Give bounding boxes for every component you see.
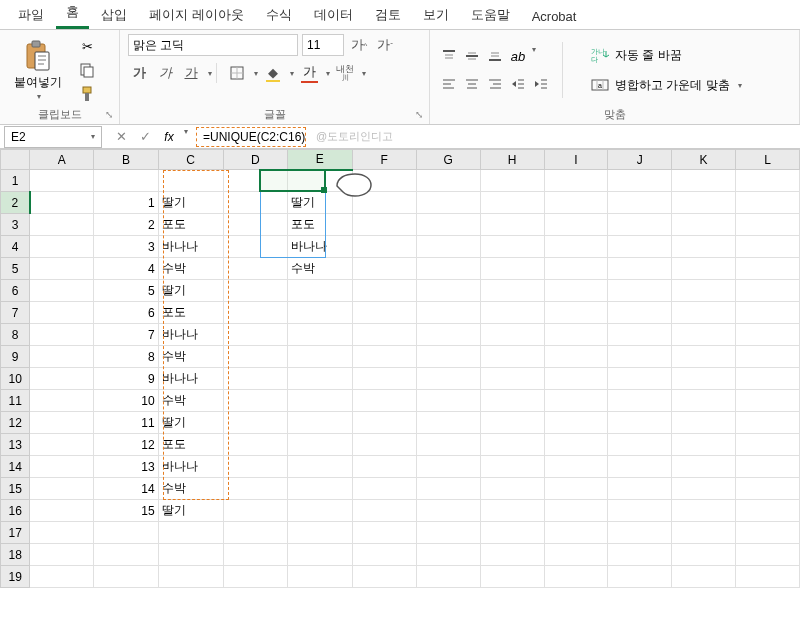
cell[interactable] [480,258,544,280]
cell[interactable] [480,544,544,566]
column-header[interactable]: G [416,150,480,170]
cell[interactable] [158,522,223,544]
cell[interactable]: 6 [94,302,158,324]
cell[interactable] [736,522,800,544]
cell[interactable] [30,522,94,544]
cell[interactable] [287,280,352,302]
cell[interactable] [30,214,94,236]
row-header[interactable]: 11 [1,390,30,412]
cell[interactable] [352,236,416,258]
cell[interactable] [736,434,800,456]
cell[interactable] [416,456,480,478]
cell[interactable] [544,412,608,434]
cell[interactable] [672,324,736,346]
cell[interactable] [416,478,480,500]
cancel-formula-button[interactable]: ✕ [110,127,132,147]
cell[interactable] [736,214,800,236]
cell[interactable] [416,324,480,346]
cell[interactable]: 1 [94,192,158,214]
cell[interactable] [608,390,672,412]
cell[interactable]: 딸기 [158,192,223,214]
cell[interactable] [287,478,352,500]
cell[interactable] [480,522,544,544]
cell[interactable] [544,192,608,214]
cell[interactable] [544,390,608,412]
increase-indent-button[interactable] [530,73,552,95]
cell[interactable] [352,456,416,478]
cell[interactable] [30,346,94,368]
cell[interactable] [352,566,416,588]
cell[interactable] [94,522,158,544]
row-header[interactable]: 3 [1,214,30,236]
cell[interactable] [416,566,480,588]
cell[interactable] [416,390,480,412]
cell[interactable] [608,522,672,544]
cell[interactable]: 포도 [287,214,352,236]
cell[interactable] [223,192,287,214]
cell[interactable] [544,346,608,368]
column-header[interactable]: L [736,150,800,170]
cell[interactable] [352,302,416,324]
orientation-button[interactable]: ab [507,45,529,67]
cell[interactable] [158,170,223,192]
cell[interactable] [30,544,94,566]
cell[interactable] [736,544,800,566]
accept-formula-button[interactable]: ✓ [134,127,156,147]
wrap-text-button[interactable]: 가나다 자동 줄 바꿈 [583,42,750,68]
row-header[interactable]: 4 [1,236,30,258]
cell[interactable] [30,368,94,390]
cell[interactable] [287,324,352,346]
cell[interactable] [480,478,544,500]
row-header[interactable]: 19 [1,566,30,588]
dialog-launcher-icon[interactable]: ⤡ [105,109,113,120]
cell[interactable] [30,192,94,214]
cell[interactable] [480,412,544,434]
column-header[interactable]: E [287,150,352,170]
cell[interactable] [352,544,416,566]
cell[interactable]: 딸기 [158,412,223,434]
cell[interactable] [608,478,672,500]
cell[interactable]: 포도 [158,434,223,456]
fx-button[interactable]: fx [158,127,180,147]
cell[interactable] [480,566,544,588]
cell[interactable] [736,500,800,522]
chevron-down-icon[interactable]: ▾ [37,92,41,101]
cell[interactable] [480,456,544,478]
cell[interactable] [352,324,416,346]
cell[interactable] [672,170,736,192]
chevron-down-icon[interactable]: ▾ [362,69,366,78]
cell[interactable] [223,324,287,346]
cell[interactable] [94,544,158,566]
cell[interactable] [608,412,672,434]
decrease-font-button[interactable]: 가ˇ [374,34,396,56]
cell[interactable] [608,566,672,588]
cell[interactable] [158,544,223,566]
cell[interactable] [416,258,480,280]
cell[interactable] [287,456,352,478]
cell[interactable] [30,434,94,456]
cell[interactable] [736,302,800,324]
tab-help[interactable]: 도움말 [461,1,520,29]
cell[interactable] [544,214,608,236]
cell[interactable] [608,434,672,456]
cut-button[interactable]: ✂ [76,36,98,56]
cell[interactable] [480,302,544,324]
cell[interactable] [672,478,736,500]
cell[interactable] [608,368,672,390]
tab-file[interactable]: 파일 [8,1,54,29]
align-top-button[interactable] [438,45,460,67]
cell[interactable] [544,566,608,588]
decrease-indent-button[interactable] [507,73,529,95]
cell[interactable]: 12 [94,434,158,456]
cell[interactable] [30,236,94,258]
cell[interactable] [287,544,352,566]
row-header[interactable]: 2 [1,192,30,214]
cell[interactable] [352,522,416,544]
cell[interactable]: 10 [94,390,158,412]
cell[interactable] [352,214,416,236]
cell[interactable] [672,258,736,280]
cell[interactable] [352,368,416,390]
paste-button[interactable]: 붙여넣기 ▾ [8,37,68,103]
cell[interactable] [480,500,544,522]
cell[interactable] [544,170,608,192]
